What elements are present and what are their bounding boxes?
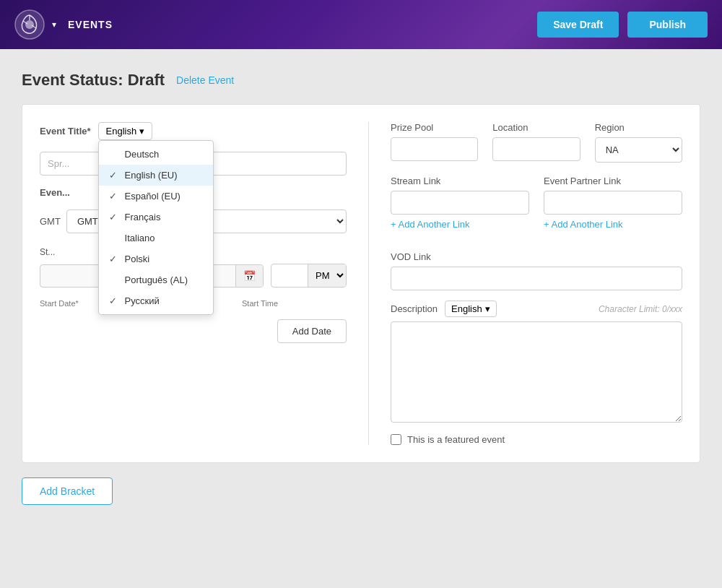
stream-link-label: Stream Link (391, 176, 529, 186)
prize-pool-input[interactable] (391, 137, 478, 161)
description-language-dropdown[interactable]: English ▾ (445, 301, 497, 317)
featured-event-row: This is a featured event (391, 434, 682, 445)
stream-link-input-wrapper (391, 191, 529, 215)
save-draft-button[interactable]: Save Draft (537, 12, 619, 38)
region-select[interactable]: NA EU APAC LATAM OCE (595, 137, 682, 163)
header-left: ▾ EVENTS (14, 9, 113, 40)
title-language-wrapper: English ▾ Deutsch✓English (EU)✓Español (… (98, 122, 153, 140)
lang-menu-item-label: Русский (125, 295, 160, 306)
stream-link-field: Stream Link + Add Another Link (391, 176, 529, 238)
add-date-button[interactable]: Add Date (277, 319, 347, 343)
header: ▾ EVENTS Save Draft Publish (0, 0, 722, 49)
location-label: Location (492, 122, 580, 133)
prize-pool-label: Prize Pool (391, 122, 478, 133)
location-input[interactable] (492, 137, 580, 161)
svg-point-1 (25, 20, 34, 29)
prize-location-region-row: Prize Pool Location Region NA EU APAC LA… (391, 122, 682, 163)
event-desc-label: Even... (40, 187, 70, 198)
prize-pool-field: Prize Pool (391, 122, 478, 163)
desc-lang-value: English (451, 303, 482, 314)
partner-link-input-wrapper (544, 191, 682, 215)
lang-menu-item[interactable]: Italiano (99, 228, 213, 248)
lang-check-icon: ✓ (109, 254, 121, 264)
end-date-calendar-icon[interactable]: 📅 (235, 265, 263, 287)
lang-menu-item-label: English (EU) (125, 170, 178, 181)
lang-menu-item-label: Deutsch (125, 149, 160, 160)
lang-check-icon: ✓ (109, 191, 121, 202)
partner-link-label: Event Partner Link (544, 176, 682, 186)
event-title-row: Event Title* English ▾ Deutsch✓English (… (40, 122, 347, 140)
lang-menu-item-label: Polski (125, 254, 150, 264)
chevron-down-icon: ▾ (139, 126, 144, 137)
vod-link-input[interactable] (391, 267, 682, 290)
publish-button[interactable]: Publish (627, 12, 708, 38)
delete-event-link[interactable]: Delete Event (176, 74, 234, 86)
logo-icon (14, 9, 45, 40)
lang-check-icon: ✓ (109, 170, 121, 181)
vod-link-section: VOD Link (391, 251, 682, 301)
partner-link-input[interactable] (544, 191, 682, 215)
lang-menu-item[interactable]: ✓Français (99, 207, 213, 228)
add-stream-link-button[interactable]: + Add Another Link (391, 217, 470, 231)
stream-link-input[interactable] (391, 191, 529, 215)
description-label: Description (391, 303, 438, 314)
main-content: Event Status: Draft Delete Event Event T… (0, 49, 722, 519)
header-actions: Save Draft Publish (537, 12, 708, 38)
region-field: Region NA EU APAC LATAM OCE (595, 122, 682, 163)
timezone-label: GMT (40, 216, 61, 227)
header-dropdown-arrow[interactable]: ▾ (52, 20, 56, 30)
vod-link-label: VOD Link (391, 251, 682, 262)
desc-chevron-icon: ▾ (485, 303, 490, 314)
nav-label: EVENTS (68, 19, 113, 30)
lang-menu-item[interactable]: Português (AL) (99, 269, 213, 290)
lang-menu-item[interactable]: ✓Русский (99, 290, 213, 311)
start-time-input[interactable] (271, 265, 308, 286)
partner-link-field: Event Partner Link + Add Another Link (544, 176, 682, 238)
lang-menu-item[interactable]: ✓English (EU) (99, 165, 213, 186)
form-card: Event Title* English ▾ Deutsch✓English (… (22, 104, 700, 463)
right-panel: Prize Pool Location Region NA EU APAC LA… (369, 122, 682, 445)
title-lang-value: English (106, 126, 137, 137)
page-title: Event Status: Draft (22, 71, 165, 90)
lang-menu-item-label: Português (AL) (125, 274, 188, 285)
lang-check-icon: ✓ (109, 212, 121, 222)
description-textarea[interactable] (391, 321, 682, 423)
lang-menu-item-label: Français (125, 212, 161, 222)
lang-menu-item[interactable]: ✓Polski (99, 248, 213, 269)
location-field: Location (492, 122, 580, 163)
featured-event-checkbox[interactable] (391, 434, 401, 445)
event-title-label: Event Title* (40, 126, 91, 137)
stream-partner-row: Stream Link + Add Another Link Event Par… (391, 176, 682, 238)
add-partner-link-button[interactable]: + Add Another Link (544, 217, 623, 231)
description-section: Description English ▾ Character Limit: 0… (391, 301, 682, 434)
lang-menu-item[interactable]: ✓Español (EU) (99, 186, 213, 207)
start-time-field: PM AM (271, 264, 347, 287)
featured-event-label: This is a featured event (407, 434, 505, 445)
start-time-label-text: Start Time (242, 299, 278, 308)
add-bracket-button[interactable]: Add Bracket (22, 477, 113, 505)
char-limit-label: Character Limit: 0/xxx (599, 304, 682, 314)
left-panel: Event Title* English ▾ Deutsch✓English (… (40, 122, 369, 445)
lang-menu-item[interactable]: Deutsch (99, 144, 213, 165)
start-label-text: St... (40, 247, 55, 257)
lang-check-icon: ✓ (109, 295, 121, 306)
description-header-row: Description English ▾ Character Limit: 0… (391, 301, 682, 317)
region-label: Region (595, 122, 682, 133)
page-title-row: Event Status: Draft Delete Event (22, 71, 700, 90)
lang-menu-item-label: Italiano (125, 233, 155, 243)
title-language-dropdown[interactable]: English ▾ (98, 122, 153, 140)
ampm-select[interactable]: PM AM (308, 264, 346, 287)
add-date-row: Add Date (40, 319, 347, 343)
language-dropdown-menu: Deutsch✓English (EU)✓Español (EU)✓França… (98, 140, 214, 315)
lang-menu-item-label: Español (EU) (125, 191, 180, 202)
